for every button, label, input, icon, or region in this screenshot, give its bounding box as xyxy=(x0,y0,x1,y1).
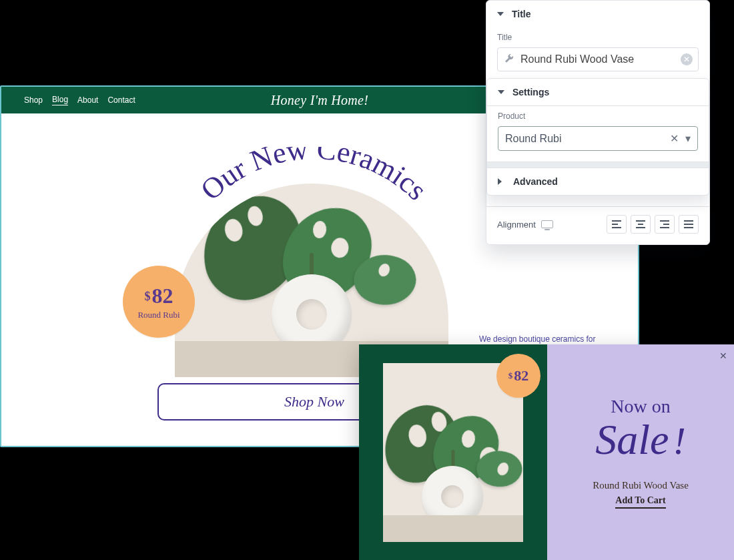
svg-rect-3 xyxy=(612,227,621,228)
nav-contact[interactable]: Contact xyxy=(107,95,135,105)
product-field-label: Product xyxy=(498,111,698,121)
popup-title: Now on Sale! xyxy=(595,396,686,461)
popup-content-panel: ✕ Now on Sale! Round Rubi Wood Vase Add … xyxy=(547,344,734,560)
title-input[interactable]: Round Rubi Wood Vase ✕ xyxy=(497,47,699,71)
sale-popup: $82 ✕ Now on Sale! Round Rubi Wood Vase … xyxy=(359,344,734,560)
vase-icon xyxy=(262,249,362,349)
popup-price-value: $82 xyxy=(508,367,529,384)
alignment-row: Alignment xyxy=(486,207,709,236)
svg-rect-9 xyxy=(660,227,669,228)
popup-title-bottom: Sale! xyxy=(595,418,686,461)
popup-product-name: Round Rubi Wood Vase xyxy=(593,480,689,491)
svg-rect-11 xyxy=(684,224,693,225)
chevron-right-icon xyxy=(498,178,505,185)
section-settings-label: Settings xyxy=(512,87,549,97)
title-input-value: Round Rubi Wood Vase xyxy=(520,53,634,65)
editor-panel: Title Title Round Rubi Wood Vase ✕ Setti… xyxy=(486,0,710,245)
align-center-button[interactable] xyxy=(631,215,651,234)
vase-icon xyxy=(416,450,490,523)
svg-rect-12 xyxy=(684,227,693,228)
clear-icon[interactable]: ✕ xyxy=(681,53,693,65)
align-right-button[interactable] xyxy=(655,215,675,234)
svg-rect-2 xyxy=(612,224,618,225)
section-settings-card: Settings Product Round Rubi ✕ ▾ Adva xyxy=(486,78,709,196)
price-badge: $82 Round Rubi xyxy=(123,266,195,338)
svg-rect-8 xyxy=(663,224,669,225)
section-advanced-header[interactable]: Advanced xyxy=(487,168,709,195)
svg-rect-6 xyxy=(636,227,645,228)
title-field-label: Title xyxy=(497,33,699,42)
chevron-down-icon xyxy=(497,12,504,16)
add-to-cart-button[interactable]: Add To Cart xyxy=(615,495,665,509)
svg-rect-7 xyxy=(660,220,669,222)
nav-shop[interactable]: Shop xyxy=(24,95,43,105)
section-title-label: Title xyxy=(512,9,531,19)
popup-price-badge: $82 xyxy=(496,354,540,398)
product-select-value: Round Rubi xyxy=(505,133,562,145)
alignment-label: Alignment xyxy=(497,220,536,230)
wrench-icon xyxy=(504,53,514,65)
svg-rect-4 xyxy=(636,220,645,222)
popup-image-panel: $82 xyxy=(359,344,547,560)
section-title: Title Title Round Rubi Wood Vase ✕ Setti… xyxy=(486,1,709,207)
responsive-device-icon[interactable] xyxy=(541,220,553,228)
alignment-buttons xyxy=(607,215,699,234)
svg-rect-10 xyxy=(684,220,693,222)
product-select[interactable]: Round Rubi ✕ ▾ xyxy=(498,126,698,151)
site-nav: Shop Blog About Contact xyxy=(12,95,135,105)
section-title-header[interactable]: Title xyxy=(486,1,709,27)
svg-rect-1 xyxy=(612,220,621,222)
nav-blog[interactable]: Blog xyxy=(52,95,68,105)
popup-title-top: Now on xyxy=(595,396,686,417)
section-settings-header[interactable]: Settings xyxy=(487,79,709,106)
section-divider xyxy=(487,162,709,168)
align-left-button[interactable] xyxy=(607,215,627,234)
align-justify-button[interactable] xyxy=(679,215,699,234)
product-name: Round Rubi xyxy=(137,310,179,320)
nav-about[interactable]: About xyxy=(77,95,98,105)
dropdown-icon[interactable]: ▾ xyxy=(685,132,691,145)
svg-rect-5 xyxy=(638,224,643,225)
section-advanced-label: Advanced xyxy=(513,176,558,187)
clear-icon[interactable]: ✕ xyxy=(670,132,679,145)
chevron-down-icon xyxy=(498,90,504,94)
price-value: $82 xyxy=(145,284,173,308)
close-icon[interactable]: ✕ xyxy=(719,351,727,360)
